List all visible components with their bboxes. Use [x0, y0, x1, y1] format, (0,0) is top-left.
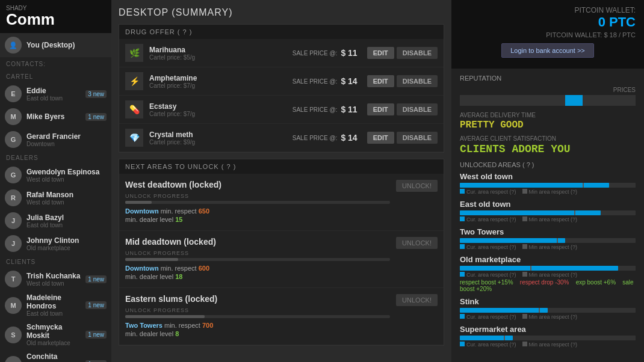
legend-min-dot: [522, 216, 527, 221]
progress-bar-fill: [125, 201, 152, 204]
disable-button[interactable]: DISABLE: [397, 47, 438, 59]
legend-cur-label: Cur. area respect (?): [466, 272, 516, 278]
sidebar-item-client[interactable]: T Trish Kuchanka West old town 1 new: [0, 268, 111, 290]
avatar: M: [5, 108, 22, 125]
unlock-button[interactable]: UNLOCK!: [396, 237, 438, 249]
login-button[interactable]: Login to bank account >>: [501, 43, 594, 58]
progress-bar: [125, 201, 390, 204]
disable-button[interactable]: DISABLE: [397, 103, 438, 115]
you-row[interactable]: 👤 You (Desktop): [0, 33, 111, 57]
contact-name: Schmycka Moskit: [26, 323, 83, 340]
main-title: DESKTOP (SUMMARY): [119, 7, 444, 18]
unlocked-area-entry: Old marketplace Cur. area respect (?) Mi…: [460, 255, 636, 292]
sidebar-item-dealer[interactable]: R Rafał Manson West old town: [0, 186, 111, 209]
contact-sub: West old town: [26, 199, 107, 206]
edit-button[interactable]: EDIT: [367, 75, 394, 87]
badge: 1 new: [85, 301, 107, 309]
sidebar-item-client[interactable]: C Conchita Mmeremikwu Old marketplace 1 …: [0, 349, 111, 362]
edit-button[interactable]: EDIT: [367, 132, 394, 144]
pitcoin-label: PITCOIN WALLET:: [460, 6, 636, 14]
drug-cartel: Cartel price: $7/g: [149, 111, 293, 117]
area-bar-current: [460, 238, 565, 243]
area-bar-bg: [460, 210, 636, 215]
unlocked-area-name: Stink: [460, 297, 636, 306]
pitcoin-header: PITCOIN WALLET: 0 PTC PITCOIN WALLET: $ …: [451, 0, 644, 69]
req-area: Downtown: [125, 265, 159, 272]
sidebar-item-cartel[interactable]: E Eddie East old town 3 new: [0, 82, 111, 105]
legend-min-dot: [522, 314, 527, 319]
avatar: R: [5, 189, 22, 206]
legend-cur-dot: [460, 216, 465, 221]
legend-cur-dot: [460, 272, 465, 277]
area-bar-min: [530, 266, 531, 271]
req-min-label: min. respect: [164, 322, 202, 329]
area-name: Mid deadtown (locked): [125, 237, 390, 247]
sidebar-item-dealer[interactable]: G Gwendolyn Espinosa West old town: [0, 164, 111, 186]
area-bar-min: [539, 308, 540, 313]
area-unlock-block: Eastern slums (locked) UNLOCK PROGRESS T…: [119, 288, 444, 345]
avatar: T: [5, 271, 22, 287]
unlock-button[interactable]: UNLOCK!: [396, 180, 438, 192]
unlocked-areas-title: UNLOCKED AREAS ( ? ): [460, 161, 636, 168]
req-line-respect: Two Towers min. respect 700: [125, 322, 390, 329]
req-line-respect: Downtown min. respect 650: [125, 207, 390, 215]
unlock-button[interactable]: UNLOCK!: [396, 294, 438, 306]
edit-button[interactable]: EDIT: [367, 47, 394, 59]
unlocked-area-name: West old town: [460, 172, 636, 181]
drug-icon: 💎: [125, 129, 143, 147]
next-areas-header: NEXT AREAS TO UNLOCK ( ? ): [119, 159, 444, 174]
progress-bar-fill: [125, 258, 178, 261]
drug-row: 💎 Crystal meth Cartel price: $9/g SALE P…: [119, 124, 444, 152]
area-bar-bg: [460, 308, 636, 313]
area-bar-bg: [460, 183, 636, 188]
unlocked-area-entry: Two Towers Cur. area respect (?) Min are…: [460, 227, 636, 250]
areas-list: West deadtown (locked) UNLOCK PROGRESS D…: [119, 174, 444, 345]
contact-name: Gerard Francier: [26, 132, 107, 141]
req-dealer-val: 18: [175, 273, 182, 280]
drug-cartel: Cartel price: $5/g: [149, 54, 293, 61]
unlocked-area-entry: Supermarket area Cur. area respect (?) M…: [460, 325, 636, 348]
drug-price-label: SALE PRICE @:: [293, 78, 338, 85]
edit-button[interactable]: EDIT: [367, 103, 394, 115]
drug-price: $ 11: [341, 48, 357, 58]
legend-min-label: Min area respect (?): [529, 272, 578, 278]
sidebar-item-cartel[interactable]: M Mike Byers 1 new: [0, 105, 111, 128]
area-bar-min: [504, 336, 505, 340]
drug-offer-header: DRUG OFFER ( ? ): [119, 25, 444, 39]
progress-bar-fill: [125, 315, 205, 318]
badge: 3 new: [85, 90, 107, 98]
area-legend: Cur. area respect (?) Min area respect (…: [460, 342, 636, 348]
contact-name: Mike Byers: [26, 112, 83, 121]
contact-name: Julia Bazyl: [26, 213, 107, 222]
contact-name: Madeleine Hondros: [26, 293, 83, 310]
area-bar-min: [557, 238, 558, 243]
drug-row: 🌿 Marihuana Cartel price: $5/g SALE PRIC…: [119, 39, 444, 67]
reputation-title: REPUTATION: [460, 75, 636, 82]
req-line-dealer: min. dealer level 8: [125, 330, 390, 337]
sidebar-item-client[interactable]: M Madeleine Hondros East old town 1 new: [0, 290, 111, 320]
sidebar: shady Comm 👤 You (Desktop) CONTACTS: CAR…: [0, 0, 111, 362]
area-bar-row: [460, 266, 636, 271]
contact-name: Eddie: [26, 87, 83, 95]
sidebar-item-dealer[interactable]: J Julia Bazyl East old town: [0, 209, 111, 232]
sidebar-item-dealer[interactable]: J Johnny Clinton Old marketplace: [0, 232, 111, 255]
area-legend: Cur. area respect (?) Min area respect (…: [460, 314, 636, 320]
progress-bar: [125, 258, 390, 261]
req-dealer-label: min. dealer level: [125, 216, 175, 223]
disable-button[interactable]: DISABLE: [397, 75, 438, 87]
sidebar-item-client[interactable]: S Schmycka Moskit Old marketplace 1 new: [0, 320, 111, 349]
contact-sub: West old town: [26, 280, 83, 287]
contact-sub: East old town: [26, 310, 83, 317]
disable-button[interactable]: DISABLE: [397, 132, 438, 144]
drug-icon: ⚡: [125, 72, 143, 90]
avatar: G: [5, 131, 22, 148]
contact-sub: East old town: [26, 95, 83, 102]
dealers-label: DEALERS: [0, 151, 111, 164]
sidebar-header: shady Comm: [0, 0, 111, 33]
drug-name: Ecstasy: [149, 102, 293, 111]
reputation-section: REPUTATION PRICES AVERAGE DELIVERY TIME …: [451, 69, 644, 362]
legend-cur-dot: [460, 342, 465, 346]
drug-row: ⚡ Amphetamine Cartel price: $7/g SALE PR…: [119, 67, 444, 96]
contact-sub: Downtown: [26, 141, 107, 147]
sidebar-item-cartel[interactable]: G Gerard Francier Downtown: [0, 128, 111, 151]
